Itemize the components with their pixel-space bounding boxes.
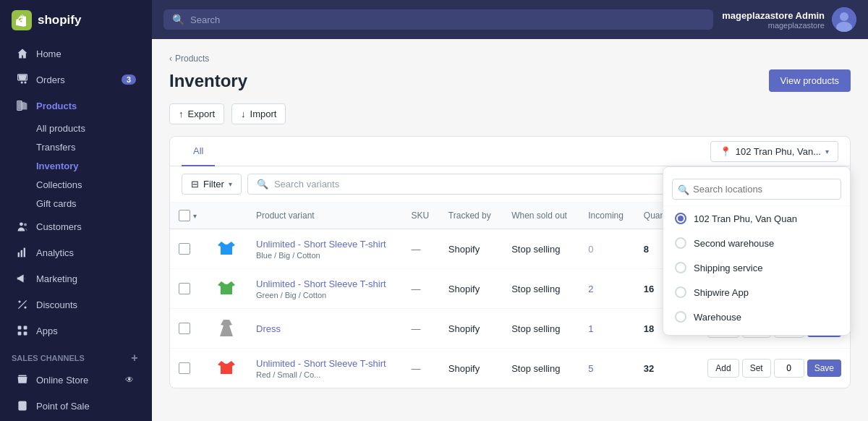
location-search-container: 🔍 bbox=[663, 173, 850, 206]
filter-icon: ⊟ bbox=[191, 179, 199, 190]
th-product-variant[interactable]: Product variant bbox=[247, 203, 403, 229]
location-icon: 📍 bbox=[720, 146, 731, 157]
row-checkbox[interactable] bbox=[179, 243, 190, 255]
product-variant-cell: Unlimited - Short Sleeve T-shirt Green /… bbox=[247, 269, 403, 309]
user-info: mageplazastore Admin mageplazastore bbox=[722, 10, 825, 30]
location-label: Shipwire App bbox=[694, 287, 749, 298]
add-button[interactable]: Add bbox=[707, 359, 739, 378]
tracked-by-value: Shopify bbox=[448, 323, 480, 334]
discounts-icon bbox=[16, 298, 29, 311]
online-store-icon bbox=[16, 373, 29, 386]
product-link[interactable]: Dress bbox=[256, 323, 281, 334]
save-button[interactable]: Save bbox=[807, 360, 841, 377]
filter-button[interactable]: ⊟ Filter ▾ bbox=[182, 174, 242, 195]
tracked-by-cell: Shopify bbox=[440, 349, 503, 388]
when-sold-out-value: Stop selling bbox=[511, 363, 560, 374]
row-checkbox[interactable] bbox=[179, 323, 190, 334]
when-sold-out-cell: Stop selling bbox=[503, 269, 579, 309]
tabs-left: All bbox=[182, 137, 215, 166]
tracked-by-cell: Shopify bbox=[440, 229, 503, 269]
products-subnav: All products Transfers Inventory Collect… bbox=[0, 119, 152, 213]
subnav-inventory[interactable]: Inventory bbox=[36, 157, 148, 175]
variant-info: Red / Small / Co... bbox=[256, 370, 394, 379]
location-option[interactable]: Shipwire App bbox=[663, 280, 850, 305]
sidebar-item-home[interactable]: Home bbox=[4, 41, 148, 66]
export-button[interactable]: ↑ Export bbox=[169, 103, 224, 124]
location-option[interactable]: Warehouse bbox=[663, 305, 850, 329]
when-sold-out-value: Stop selling bbox=[511, 323, 560, 334]
th-when-sold-out[interactable]: When sold out bbox=[503, 203, 579, 229]
sidebar-item-discounts[interactable]: Discounts bbox=[4, 292, 148, 317]
view-products-button[interactable]: View products bbox=[769, 69, 851, 92]
quantity-input[interactable] bbox=[774, 359, 804, 378]
sidebar-item-label-analytics: Analytics bbox=[36, 247, 136, 258]
sidebar-item-label-customers: Customers bbox=[36, 221, 136, 232]
quantity-value: 32 bbox=[644, 363, 654, 374]
customers-icon bbox=[16, 220, 29, 233]
sidebar-item-customers[interactable]: Customers bbox=[4, 214, 148, 239]
row-checkbox[interactable] bbox=[179, 283, 190, 294]
set-button[interactable]: Set bbox=[742, 359, 771, 378]
subnav-collections[interactable]: Collections bbox=[36, 176, 148, 194]
search-box[interactable]: 🔍 bbox=[163, 9, 713, 30]
product-image bbox=[214, 316, 239, 341]
subnav-transfers[interactable]: Transfers bbox=[36, 138, 148, 156]
location-button[interactable]: 📍 102 Tran Phu, Van... ▾ bbox=[710, 141, 838, 162]
sidebar-item-analytics[interactable]: Analytics bbox=[4, 240, 148, 265]
product-link[interactable]: Unlimited - Short Sleeve T-shirt bbox=[256, 239, 386, 250]
subnav-gift-cards[interactable]: Gift cards bbox=[36, 195, 148, 213]
incoming-link[interactable]: 2 bbox=[588, 284, 593, 294]
th-tracked-by[interactable]: Tracked by bbox=[440, 203, 503, 229]
location-option[interactable]: Shipping service bbox=[663, 255, 850, 280]
incoming-cell: 1 bbox=[579, 309, 635, 349]
sidebar-item-marketing[interactable]: Marketing bbox=[4, 266, 148, 291]
incoming-link[interactable]: 5 bbox=[588, 363, 593, 374]
sidebar-item-products[interactable]: Products bbox=[4, 93, 148, 118]
checkbox-wrap bbox=[179, 210, 190, 221]
location-search-input[interactable] bbox=[672, 179, 841, 200]
sku-value: — bbox=[412, 323, 421, 334]
product-image bbox=[214, 237, 239, 261]
location-dropdown: 🔍 102 Tran Phu, Van Quan Second warehous… bbox=[663, 166, 851, 336]
sku-cell: — bbox=[403, 349, 440, 388]
location-label: 102 Tran Phu, Van Quan bbox=[694, 213, 797, 224]
select-all-checkbox[interactable]: ▾ bbox=[179, 210, 197, 221]
product-link[interactable]: Unlimited - Short Sleeve T-shirt bbox=[256, 358, 386, 369]
user-area[interactable]: mageplazastore Admin mageplazastore bbox=[722, 7, 856, 32]
product-image-cell bbox=[205, 309, 247, 349]
variants-search-icon: 🔍 bbox=[257, 179, 268, 190]
location-option[interactable]: Second warehouse bbox=[663, 231, 850, 255]
tab-all[interactable]: All bbox=[182, 137, 215, 166]
breadcrumb[interactable]: ‹ Products bbox=[169, 54, 851, 64]
product-link[interactable]: Unlimited - Short Sleeve T-shirt bbox=[256, 278, 386, 289]
sidebar-item-apps[interactable]: Apps bbox=[4, 318, 148, 343]
th-incoming[interactable]: Incoming bbox=[579, 203, 635, 229]
tracked-by-value: Shopify bbox=[448, 244, 480, 255]
product-image bbox=[214, 276, 239, 301]
sidebar-item-label-products: Products bbox=[36, 101, 136, 111]
product-variant-cell: Unlimited - Short Sleeve T-shirt Red / S… bbox=[247, 349, 403, 388]
subnav-all-products[interactable]: All products bbox=[36, 119, 148, 137]
th-sku[interactable]: SKU bbox=[403, 203, 440, 229]
import-button[interactable]: ↓ Import bbox=[231, 103, 286, 124]
row-checkbox-cell bbox=[170, 349, 205, 388]
main-area: 🔍 mageplazastore Admin mageplazastore ‹ … bbox=[152, 0, 868, 421]
when-sold-out-value: Stop selling bbox=[511, 284, 560, 294]
shopify-logo-icon bbox=[12, 10, 32, 30]
sidebar-item-label-orders: Orders bbox=[36, 75, 114, 85]
location-option[interactable]: 102 Tran Phu, Van Quan bbox=[663, 206, 850, 231]
svg-point-8 bbox=[24, 306, 26, 308]
products-icon bbox=[16, 99, 29, 112]
incoming-link[interactable]: 1 bbox=[588, 323, 593, 334]
chevron-left-icon: ‹ bbox=[169, 54, 172, 64]
add-sales-channel-btn[interactable]: + bbox=[129, 352, 140, 364]
incoming-cell: 5 bbox=[579, 349, 635, 388]
location-label: Warehouse bbox=[694, 312, 741, 323]
row-checkbox[interactable] bbox=[179, 362, 190, 374]
product-image-cell bbox=[205, 229, 247, 269]
sidebar-item-point-of-sale[interactable]: Point of Sale bbox=[4, 394, 148, 418]
search-input[interactable] bbox=[190, 14, 705, 25]
sidebar-item-orders[interactable]: Orders 3 bbox=[4, 67, 148, 92]
sidebar-item-online-store[interactable]: Online Store 👁 bbox=[4, 367, 148, 392]
breadcrumb-text: Products bbox=[175, 54, 209, 64]
